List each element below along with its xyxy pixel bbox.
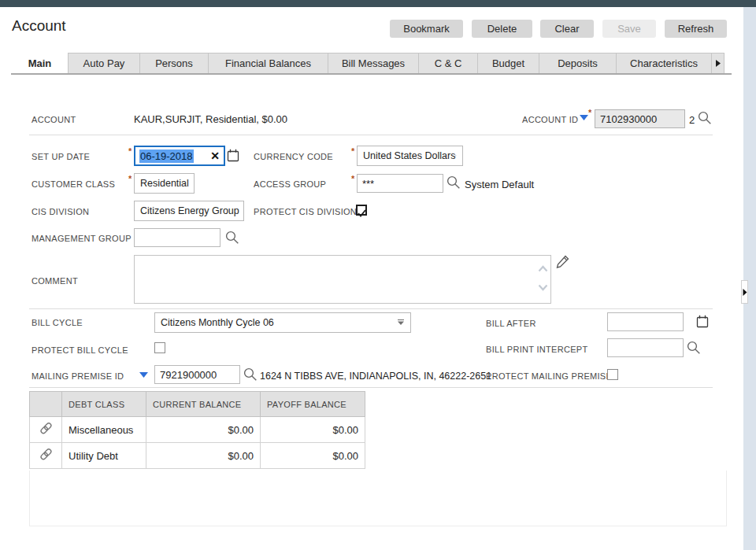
tab-underline: [11, 73, 732, 75]
tab-deposits[interactable]: Deposits: [539, 53, 617, 74]
customer-class-value: Residential: [140, 178, 189, 189]
cis-division-value: Citizens Energy Group: [140, 205, 239, 216]
section-divider: [29, 308, 713, 309]
bill-after-input[interactable]: [607, 312, 684, 331]
cis-division-select[interactable]: Citizens Energy Group: [134, 201, 244, 221]
currency-code-label: CURRENCY CODE: [254, 152, 333, 161]
app-top-bar: [0, 0, 756, 7]
row-link-cell[interactable]: [30, 443, 62, 469]
currency-code-value: United States Dollars: [363, 150, 455, 161]
search-icon[interactable]: [225, 231, 239, 245]
tab-bill-messages[interactable]: Bill Messages: [328, 53, 419, 74]
scroll-down-icon[interactable]: [538, 284, 548, 291]
expand-dashboard-handle[interactable]: [741, 280, 748, 304]
account-id-label: ACCOUNT ID: [522, 115, 578, 124]
account-id-count: 2: [689, 114, 695, 126]
payoff-balance-cell: $0.00: [261, 417, 365, 443]
debt-class-header: DEBT CLASS: [62, 392, 146, 417]
search-icon[interactable]: [698, 111, 712, 125]
calendar-icon[interactable]: [227, 149, 239, 162]
management-group-input[interactable]: [134, 228, 220, 247]
debt-class-cell: Utility Debt: [62, 443, 146, 469]
cis-division-label: CIS DIVISION: [32, 207, 89, 216]
current-balance-header: CURRENT BALANCE: [146, 392, 261, 417]
checkmark-icon: [358, 209, 366, 217]
account-value: KAUR,SURJIT, Residential, $0.00: [134, 113, 287, 125]
search-icon[interactable]: [687, 341, 701, 355]
tab-bar: Main Auto Pay Persons Financial Balances…: [11, 53, 724, 74]
tab-c-and-c[interactable]: C & C: [418, 53, 478, 74]
access-group-help-text: System Default: [465, 179, 534, 190]
row-link-cell[interactable]: [30, 417, 62, 443]
clear-button[interactable]: Clear: [540, 20, 594, 38]
caret-right-icon: [715, 60, 721, 67]
bill-print-intercept-label: BILL PRINT INTERCEPT: [486, 345, 587, 354]
account-id-input[interactable]: [595, 109, 685, 128]
scroll-up-icon[interactable]: [538, 265, 548, 272]
mailing-premise-id-label: MAILING PREMISE ID: [32, 371, 124, 381]
payoff-balance-header: PAYOFF BALANCE: [261, 392, 365, 417]
protect-bill-cycle-checkbox[interactable]: [154, 342, 165, 353]
bill-cycle-select[interactable]: Citizens Monthly Cycle 06: [154, 312, 411, 333]
section-divider: [29, 135, 713, 135]
content-panel-footer: [29, 471, 727, 526]
required-icon: *: [128, 174, 132, 183]
tab-auto-pay[interactable]: Auto Pay: [68, 53, 140, 74]
mailing-premise-address: 1624 N TIBBS AVE, INDIANAPOLIS, IN, 4622…: [260, 371, 491, 382]
save-button: Save: [602, 20, 656, 38]
clear-date-icon[interactable]: ✕: [210, 149, 220, 162]
chevron-down-icon: [397, 319, 405, 326]
tab-main[interactable]: Main: [11, 53, 69, 74]
debt-class-cell: Miscellaneous: [62, 417, 146, 443]
access-group-input[interactable]: [357, 174, 443, 193]
search-icon[interactable]: [243, 367, 258, 382]
customer-class-label: CUSTOMER CLASS: [32, 179, 115, 189]
bill-print-intercept-input[interactable]: [607, 338, 684, 357]
refresh-button[interactable]: Refresh: [665, 20, 727, 38]
bill-cycle-label: BILL CYCLE: [32, 318, 83, 327]
edit-pencil-icon[interactable]: [556, 254, 570, 270]
bill-cycle-value: Citizens Monthly Cycle 06: [161, 317, 274, 328]
account-label: ACCOUNT: [32, 115, 76, 124]
table-row: Utility Debt $0.00 $0.00: [30, 443, 365, 469]
tab-persons[interactable]: Persons: [139, 53, 209, 74]
link-icon[interactable]: [39, 421, 54, 436]
required-icon: *: [351, 146, 354, 156]
protect-mailing-premise-checkbox[interactable]: [607, 369, 618, 380]
calendar-icon[interactable]: [696, 315, 709, 328]
comment-textarea[interactable]: [134, 255, 551, 304]
bookmark-button[interactable]: Bookmark: [390, 20, 463, 38]
search-icon[interactable]: [447, 175, 461, 190]
tab-characteristics[interactable]: Characteristics: [616, 53, 712, 74]
bill-after-label: BILL AFTER: [486, 319, 536, 328]
current-balance-cell: $0.00: [146, 443, 261, 469]
required-icon: *: [128, 146, 132, 156]
customer-class-select[interactable]: Residential: [134, 173, 195, 194]
tab-financial-balances[interactable]: Financial Balances: [208, 53, 328, 74]
setup-date-label: SET UP DATE: [32, 152, 90, 161]
protect-mailing-premise-label: PROTECT MAILING PREMISE: [486, 371, 612, 381]
access-group-label: ACCESS GROUP: [254, 179, 326, 189]
setup-date-value: 06-19-2018: [139, 149, 194, 163]
context-menu-icon[interactable]: [139, 371, 149, 378]
debt-class-table: DEBT CLASS CURRENT BALANCE PAYOFF BALANC…: [29, 391, 365, 469]
dashboard-scrollbar[interactable]: [743, 7, 756, 550]
mailing-premise-id-input[interactable]: [154, 365, 240, 384]
page-title: Account: [12, 17, 66, 35]
management-group-label: MANAGEMENT GROUP: [32, 234, 132, 243]
link-icon[interactable]: [39, 447, 54, 462]
protect-bill-cycle-label: PROTECT BILL CYCLE: [32, 345, 128, 355]
caret-right-icon: [743, 289, 747, 296]
currency-code-select[interactable]: United States Dollars: [357, 146, 463, 166]
delete-button[interactable]: Delete: [472, 20, 532, 38]
setup-date-input[interactable]: 06-19-2018 ✕: [134, 146, 225, 166]
protect-cis-division-checkbox[interactable]: [356, 205, 367, 216]
section-divider: [29, 387, 713, 388]
required-icon: *: [588, 108, 591, 117]
link-column-header: [30, 392, 62, 417]
tab-scroll-right-button[interactable]: [711, 53, 724, 74]
required-icon: *: [351, 174, 354, 183]
tab-budget[interactable]: Budget: [477, 53, 539, 74]
table-header-row: DEBT CLASS CURRENT BALANCE PAYOFF BALANC…: [30, 392, 365, 417]
comment-label: COMMENT: [32, 276, 78, 286]
